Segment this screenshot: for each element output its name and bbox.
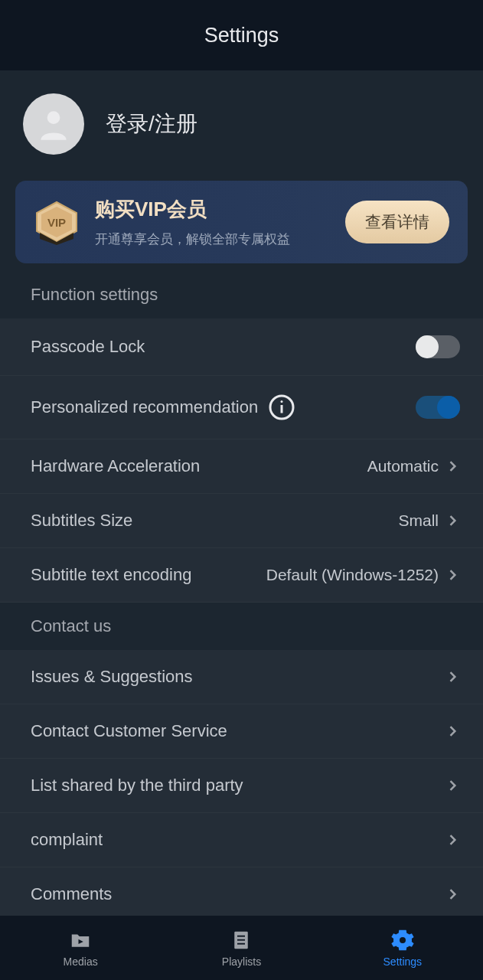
setting-label: complaint — [31, 830, 445, 850]
content-scroll[interactable]: 登录/注册 VIP 购买VIP会员 开通尊享会员，解锁全部专属权益 查看详情 F… — [0, 70, 483, 916]
setting-label: List shared by the third party — [31, 776, 445, 795]
profile-row[interactable]: 登录/注册 — [0, 70, 483, 178]
vip-card[interactable]: VIP 购买VIP会员 开通尊享会员，解锁全部专属权益 查看详情 — [15, 181, 468, 263]
setting-subtitle-encoding[interactable]: Subtitle text encoding Default (Windows-… — [0, 548, 483, 603]
chevron-right-icon — [445, 778, 460, 793]
chevron-right-icon — [445, 832, 460, 848]
setting-passcode-lock[interactable]: Passcode Lock — [0, 318, 483, 376]
contact-comments[interactable]: Comments — [0, 867, 483, 916]
setting-subtitles-size[interactable]: Subtitles Size Small — [0, 494, 483, 548]
svg-rect-10 — [237, 939, 245, 941]
avatar[interactable] — [23, 93, 84, 155]
nav-label: Settings — [383, 956, 423, 968]
personalized-toggle[interactable] — [416, 396, 460, 419]
contact-third-party-list[interactable]: List shared by the third party — [0, 759, 483, 813]
passcode-toggle[interactable] — [416, 335, 460, 358]
bottom-nav: Medias Playlists Settings — [0, 916, 483, 980]
chevron-right-icon — [445, 567, 460, 583]
chevron-right-icon — [445, 887, 460, 902]
setting-hardware-acceleration[interactable]: Hardware Acceleration Automatic — [0, 439, 483, 494]
nav-label: Medias — [64, 956, 98, 968]
setting-value: Automatic — [367, 457, 439, 475]
setting-label: Subtitle text encoding — [31, 565, 266, 585]
setting-label: Subtitles Size — [31, 511, 398, 531]
setting-personalized-recommendation[interactable]: Personalized recommendation — [0, 376, 483, 439]
info-icon[interactable] — [267, 393, 296, 422]
chevron-right-icon — [445, 724, 460, 739]
contact-issues-suggestions[interactable]: Issues & Suggestions — [0, 650, 483, 704]
document-icon — [229, 928, 253, 952]
contact-customer-service[interactable]: Contact Customer Service — [0, 704, 483, 759]
nav-settings[interactable]: Settings — [322, 916, 483, 980]
vip-text-block: 购买VIP会员 开通尊享会员，解锁全部专属权益 — [95, 196, 345, 248]
nav-label: Playlists — [222, 956, 261, 968]
vip-badge-icon: VIP — [34, 199, 80, 245]
section-header-contact: Contact us — [0, 603, 483, 650]
toggle-knob — [437, 396, 460, 419]
setting-label: Personalized recommendation — [31, 397, 258, 417]
svg-rect-11 — [237, 943, 245, 945]
page-title: Settings — [204, 24, 279, 47]
setting-value: Small — [398, 511, 439, 530]
setting-label: Hardware Acceleration — [31, 456, 367, 476]
contact-complaint[interactable]: complaint — [0, 813, 483, 867]
nav-playlists[interactable]: Playlists — [161, 916, 321, 980]
setting-label: Contact Customer Service — [31, 721, 445, 741]
svg-point-0 — [47, 111, 60, 124]
svg-text:VIP: VIP — [47, 216, 66, 229]
chevron-right-icon — [445, 459, 460, 474]
setting-label: Issues & Suggestions — [31, 667, 445, 687]
toggle-knob — [416, 335, 439, 358]
setting-label: Passcode Lock — [31, 337, 416, 357]
setting-label: Comments — [31, 884, 445, 904]
folder-play-icon — [68, 928, 93, 952]
vip-title: 购买VIP会员 — [95, 196, 345, 223]
chevron-right-icon — [445, 513, 460, 528]
login-register-label[interactable]: 登录/注册 — [106, 109, 197, 139]
setting-value: Default (Windows-1252) — [266, 566, 439, 584]
person-icon — [34, 105, 73, 143]
svg-point-12 — [400, 937, 406, 943]
header: Settings — [0, 0, 483, 70]
vip-details-button[interactable]: 查看详情 — [345, 201, 449, 243]
nav-medias[interactable]: Medias — [0, 916, 161, 980]
svg-point-6 — [281, 400, 283, 403]
vip-subtitle: 开通尊享会员，解锁全部专属权益 — [95, 230, 345, 248]
gear-icon — [390, 928, 415, 952]
svg-rect-9 — [237, 936, 245, 937]
chevron-right-icon — [445, 669, 460, 684]
section-header-function: Function settings — [0, 271, 483, 318]
